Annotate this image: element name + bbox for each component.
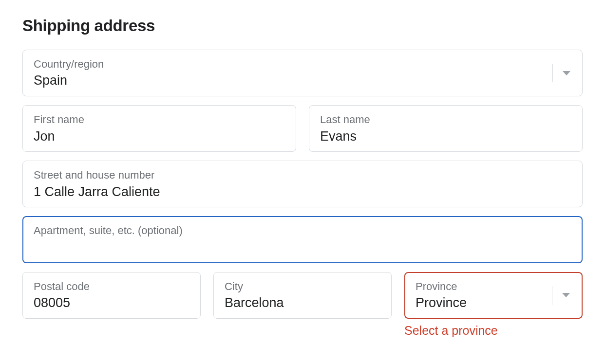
address2-input[interactable]: [34, 239, 571, 256]
country-select[interactable]: Country/region Spain: [22, 50, 583, 96]
vertical-divider: [552, 64, 553, 82]
first-name-label: First name: [34, 113, 285, 126]
city-field[interactable]: City Barcelona: [213, 272, 392, 319]
country-value: Spain: [34, 73, 571, 89]
last-name-field[interactable]: Last name Evans: [309, 105, 583, 152]
last-name-label: Last name: [320, 113, 571, 126]
section-title: Shipping address: [22, 17, 583, 35]
province-select[interactable]: Province Province: [404, 272, 583, 319]
address1-field[interactable]: Street and house number 1 Calle Jarra Ca…: [22, 161, 583, 207]
first-name-value: Jon: [34, 128, 285, 145]
country-dropdown-affordance: [552, 64, 582, 82]
province-label: Province: [416, 280, 571, 293]
province-value: Province: [416, 295, 571, 311]
postal-code-field[interactable]: Postal code 08005: [22, 272, 201, 319]
caret-down-icon: [562, 293, 570, 297]
vertical-divider: [552, 286, 552, 305]
province-error-text: Select a province: [404, 324, 583, 338]
caret-down-icon: [563, 71, 570, 75]
postal-code-label: Postal code: [34, 280, 189, 293]
last-name-value: Evans: [320, 128, 571, 145]
postal-code-value: 08005: [34, 295, 189, 311]
address1-value: 1 Calle Jarra Caliente: [34, 184, 571, 200]
first-name-field[interactable]: First name Jon: [22, 105, 296, 152]
address1-label: Street and house number: [34, 169, 571, 182]
address2-label: Apartment, suite, etc. (optional): [34, 224, 571, 237]
city-value: Barcelona: [225, 295, 380, 311]
address2-field[interactable]: Apartment, suite, etc. (optional): [22, 216, 583, 263]
city-label: City: [225, 280, 380, 293]
country-label: Country/region: [34, 58, 571, 71]
province-dropdown-affordance: [552, 286, 582, 305]
